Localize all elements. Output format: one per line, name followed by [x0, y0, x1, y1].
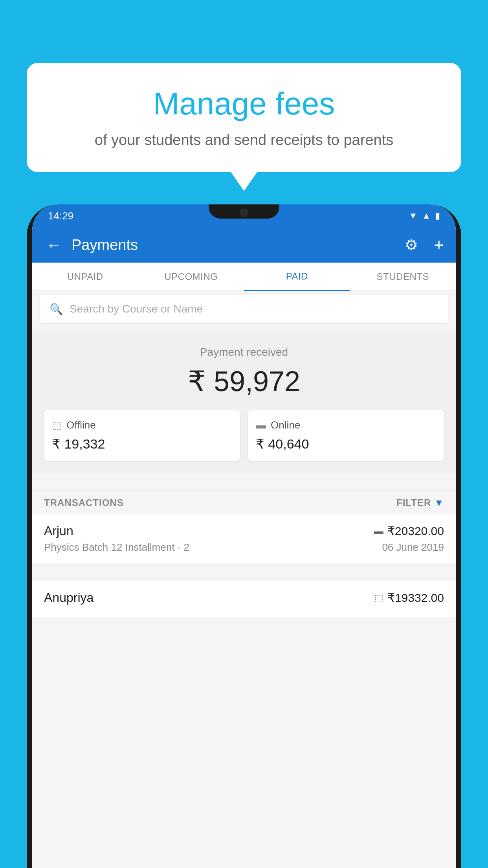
offline-card-header: ⬚ Offline: [52, 419, 232, 431]
app-title: Payments: [72, 237, 397, 254]
background: Manage fees of your students and send re…: [0, 0, 488, 868]
phone-frame: 14:29 ▼ ▲ ▮ ← Payments ⚙ + UNPAID UPCOMI…: [27, 204, 461, 868]
search-placeholder: Search by Course or Name: [70, 303, 203, 315]
online-card: ▬ Online ₹ 40,640: [248, 410, 444, 461]
filter-button[interactable]: FILTER ▼: [396, 497, 444, 508]
transaction-row-anupriya: Anupriya ⬚ ₹19332.00: [44, 590, 444, 605]
online-label: Online: [271, 419, 300, 431]
filter-label: FILTER: [396, 497, 431, 508]
payment-received-amount: ₹ 59,972: [44, 365, 444, 398]
online-card-header: ▬ Online: [256, 419, 436, 431]
transaction-amount-anupriya: ₹19332.00: [387, 591, 444, 605]
offline-icon: ⬚: [52, 419, 62, 431]
transaction-name-arjun: Arjun: [44, 524, 73, 538]
online-icon: ▬: [256, 419, 266, 431]
tab-unpaid[interactable]: UNPAID: [32, 263, 138, 291]
status-time: 14:29: [48, 210, 73, 222]
bubble-title: Manage fees: [46, 86, 442, 121]
transaction-date-arjun: 06 June 2019: [382, 541, 444, 554]
transactions-header: TRANSACTIONS FILTER ▼: [32, 491, 456, 514]
payment-type-icon-arjun: ▬: [374, 526, 383, 537]
app-bar: ← Payments ⚙ +: [32, 227, 456, 263]
transaction-amount-row-arjun: ▬ ₹20320.00: [374, 524, 444, 538]
tab-students[interactable]: STUDENTS: [350, 263, 456, 291]
offline-amount: ₹ 19,332: [52, 436, 232, 452]
online-amount: ₹ 40,640: [256, 436, 436, 452]
plus-button[interactable]: +: [434, 235, 444, 255]
offline-label: Offline: [66, 419, 96, 431]
bubble-subtitle: of your students and send receipts to pa…: [46, 130, 442, 151]
offline-card: ⬚ Offline ₹ 19,332: [44, 410, 240, 461]
gear-button[interactable]: ⚙: [405, 236, 418, 254]
signal-icon: ▲: [422, 211, 431, 221]
phone-camera: [240, 208, 248, 217]
back-button[interactable]: ←: [44, 234, 64, 256]
transaction-item-arjun[interactable]: Arjun ▬ ₹20320.00 Physics Batch 12 Insta…: [32, 514, 456, 563]
transaction-item-anupriya[interactable]: Anupriya ⬚ ₹19332.00: [32, 581, 456, 618]
search-bar[interactable]: 🔍 Search by Course or Name: [40, 295, 448, 323]
search-icon: 🔍: [50, 303, 63, 316]
filter-icon: ▼: [434, 497, 444, 508]
transaction-sub-arjun: Physics Batch 12 Installment - 2 06 June…: [44, 541, 444, 554]
phone-notch: [209, 204, 279, 219]
tab-paid[interactable]: PAID: [244, 263, 350, 291]
transaction-row-arjun: Arjun ▬ ₹20320.00: [44, 524, 444, 538]
transaction-amount-row-anupriya: ⬚ ₹19332.00: [374, 591, 444, 605]
payment-received-section: Payment received ₹ 59,972 ⬚ Offline ₹ 19…: [32, 330, 456, 473]
payment-type-icon-anupriya: ⬚: [374, 592, 383, 603]
transaction-course-arjun: Physics Batch 12 Installment - 2: [44, 541, 189, 554]
phone-screen: 14:29 ▼ ▲ ▮ ← Payments ⚙ + UNPAID UPCOMI…: [32, 204, 456, 868]
status-icons: ▼ ▲ ▮: [409, 211, 440, 221]
payment-cards: ⬚ Offline ₹ 19,332 ▬ Online ₹ 40,640: [44, 410, 444, 461]
transaction-name-anupriya: Anupriya: [44, 590, 94, 605]
transactions-label: TRANSACTIONS: [44, 497, 124, 508]
tab-upcoming[interactable]: UPCOMING: [138, 263, 244, 291]
speech-bubble: Manage fees of your students and send re…: [27, 63, 461, 172]
wifi-icon: ▼: [409, 211, 417, 221]
tabs: UNPAID UPCOMING PAID STUDENTS: [32, 263, 456, 291]
battery-icon: ▮: [435, 211, 440, 221]
transaction-amount-arjun: ₹20320.00: [387, 524, 444, 538]
payment-received-label: Payment received: [44, 346, 444, 359]
